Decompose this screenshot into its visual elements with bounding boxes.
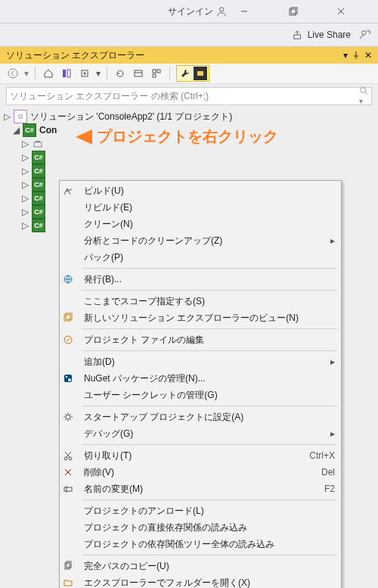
tree-item[interactable]: ▷C# <box>3 164 375 178</box>
menu-pack[interactable]: パック(P) <box>60 249 341 266</box>
expand-icon[interactable]: ▷ <box>21 138 29 149</box>
menu-newview[interactable]: 新しいソリューション エクスプローラーのビュー(N) <box>60 310 341 326</box>
pin-icon[interactable] <box>352 51 360 59</box>
menu-editproj[interactable]: プロジェクト ファイルの編集 <box>60 331 341 348</box>
feedback-icon[interactable] <box>360 30 370 40</box>
menu-unload[interactable]: プロジェクトのアンロード(L) <box>60 502 341 519</box>
menu-copypath[interactable]: 完全パスのコピー(U) <box>60 558 341 574</box>
menu-separator <box>82 290 336 291</box>
properties-toggle-group <box>176 65 209 82</box>
menu-scope[interactable]: ここまでスコープ指定する(S) <box>60 293 341 310</box>
rename-icon <box>63 484 79 494</box>
menu-separator <box>82 499 336 500</box>
collapse-icon[interactable]: ◢ <box>12 125 20 135</box>
expand-icon[interactable]: ▷ <box>21 193 29 204</box>
sync-icon[interactable] <box>78 67 91 80</box>
cs-icon: C# <box>32 151 45 164</box>
maximize-button[interactable] <box>289 7 324 16</box>
expand-icon[interactable]: ▷ <box>21 220 29 231</box>
user-icon <box>216 6 227 17</box>
svg-rect-35 <box>64 487 72 491</box>
svg-rect-16 <box>157 70 160 73</box>
menu-dep-read[interactable]: プロジェクトの直接依存関係の読み込み <box>60 519 341 536</box>
liveshare-button[interactable]: Live Share <box>293 30 351 40</box>
chevron-right-icon: ▸ <box>330 235 335 246</box>
delete-icon <box>63 467 79 478</box>
solution-explorer-header[interactable]: ソリューション エクスプローラー ▾ ✕ <box>0 47 378 64</box>
svg-rect-25 <box>66 313 72 319</box>
expand-icon[interactable]: ▷ <box>21 207 29 217</box>
menu-openexp[interactable]: エクスプローラーでフォルダーを開く(X) <box>60 574 341 588</box>
menu-clean[interactable]: クリーン(N) <box>60 216 341 232</box>
showall-icon[interactable] <box>132 67 145 80</box>
panel-title: ソリューション エクスプローラー <box>6 47 144 64</box>
svg-point-19 <box>361 88 366 93</box>
deps-icon <box>32 138 44 150</box>
svg-point-8 <box>8 69 17 78</box>
content-area: ソリューション エクスプローラー ▾ ✕ ▾ ▾ ソリューション エクスプローラ… <box>0 47 378 588</box>
expand-icon[interactable]: ▷ <box>21 152 29 163</box>
menu-dep-tree[interactable]: プロジェクトの依存関係ツリー全体の読み込み <box>60 536 341 552</box>
newview-icon <box>63 313 79 323</box>
menu-delete[interactable]: 削除(V)Del <box>60 464 341 481</box>
svg-point-32 <box>69 457 72 460</box>
search-placeholder: ソリューション エクスプローラー の検索 (Ctrl+;) <box>10 90 209 103</box>
menu-rename[interactable]: 名前の変更(M)F2 <box>60 481 341 497</box>
separator <box>169 67 170 80</box>
svg-rect-15 <box>153 70 156 73</box>
menu-startup[interactable]: スタートアップ プロジェクトに設定(A) <box>60 409 341 425</box>
svg-rect-9 <box>63 70 66 77</box>
gear-icon <box>63 412 79 422</box>
menu-nuget[interactable]: NuGet パッケージの管理(N)... <box>60 370 341 387</box>
switch-view-icon[interactable] <box>60 67 73 80</box>
home-icon[interactable] <box>42 67 55 80</box>
dropdown-caret-icon[interactable]: ▾ <box>24 68 29 79</box>
svg-rect-27 <box>64 375 72 382</box>
svg-rect-17 <box>153 74 156 77</box>
cs-icon: C# <box>32 164 45 178</box>
project-label: Con <box>39 125 57 135</box>
back-icon[interactable] <box>6 67 20 80</box>
expand-icon[interactable]: ▷ <box>21 179 29 190</box>
menu-rebuild[interactable]: リビルド(E) <box>60 199 341 216</box>
signin-button[interactable]: サインイン <box>168 5 227 18</box>
menu-publish[interactable]: 発行(B)... <box>60 271 341 288</box>
tree-item[interactable]: ▷ <box>3 137 375 151</box>
context-menu: ビルド(U) リビルド(E) クリーン(N) 分析とコードのクリーンアップ(Z)… <box>59 180 342 588</box>
minimize-button[interactable] <box>240 8 275 15</box>
svg-line-20 <box>365 92 367 95</box>
menu-analyze[interactable]: 分析とコードのクリーンアップ(Z)▸ <box>60 232 341 249</box>
folder-icon <box>63 577 79 588</box>
signin-label: サインイン <box>168 5 213 18</box>
collapse-icon[interactable] <box>150 67 163 80</box>
menu-build[interactable]: ビルド(U) <box>60 182 341 199</box>
panel-close-icon[interactable]: ✕ <box>364 47 372 64</box>
close-button[interactable] <box>337 8 372 15</box>
solution-node[interactable]: ▷ ⧉ ソリューション 'ConsoleApp2' (1/1 プロジェクト) <box>3 110 375 123</box>
wrench-icon[interactable] <box>178 67 192 80</box>
menu-debug[interactable]: デバッグ(G)▸ <box>60 425 341 442</box>
expand-icon[interactable]: ▷ <box>21 166 29 176</box>
preview-icon[interactable] <box>194 67 207 80</box>
svg-rect-6 <box>293 35 300 39</box>
menu-separator <box>82 328 336 329</box>
search-input[interactable]: ソリューション エクスプローラー の検索 (Ctrl+;) ▾ <box>6 87 372 105</box>
svg-point-12 <box>84 73 86 75</box>
menu-separator <box>82 350 336 351</box>
nuget-icon <box>63 373 79 384</box>
dropdown-icon[interactable]: ▾ <box>343 47 348 64</box>
menu-add[interactable]: 追加(D)▸ <box>60 353 341 370</box>
svg-rect-3 <box>291 8 297 14</box>
svg-rect-10 <box>67 70 70 77</box>
svg-point-31 <box>64 457 67 460</box>
cs-icon: C# <box>32 205 45 219</box>
menu-secrets[interactable]: ユーザー シークレットの管理(G) <box>60 387 341 403</box>
dropdown-caret-icon[interactable]: ▾ <box>96 68 101 79</box>
expand-icon[interactable]: ▷ <box>3 111 11 122</box>
project-node[interactable]: ◢ C# Con <box>3 123 375 137</box>
cs-icon: C# <box>32 219 45 232</box>
tree-item[interactable]: ▷C# <box>3 151 375 164</box>
menu-cut[interactable]: 切り取り(T)Ctrl+X <box>60 447 341 464</box>
chevron-right-icon: ▸ <box>330 428 335 439</box>
refresh-icon[interactable] <box>113 67 127 80</box>
